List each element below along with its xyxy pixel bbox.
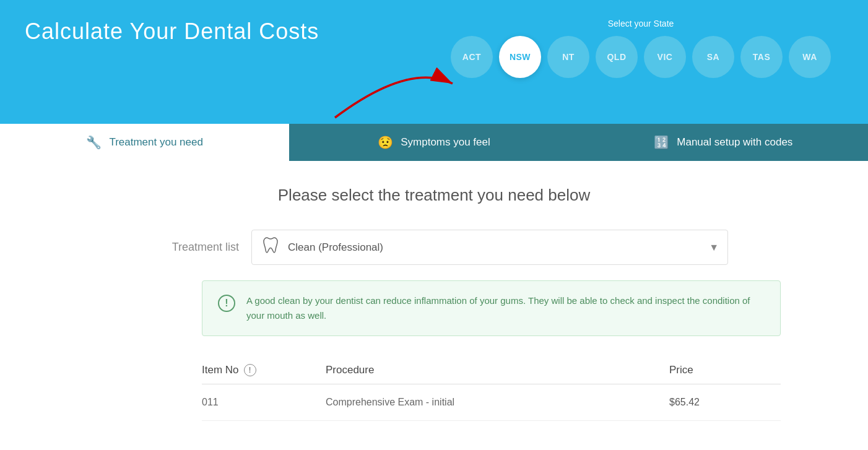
tab-symptoms-label: Symptoms you feel	[401, 136, 490, 149]
col-header-procedure: Procedure	[326, 364, 669, 376]
cell-item-no: 011	[202, 397, 326, 408]
tab-symptoms[interactable]: 😟 Symptoms you feel	[289, 124, 578, 161]
state-selector: Select your State ACT NSW NT QLD VIC SA …	[451, 19, 831, 78]
col-header-price: Price	[669, 364, 781, 376]
tab-manual[interactable]: 🔢 Manual setup with codes	[579, 124, 868, 161]
main-content: Please select the treatment you need bel…	[63, 161, 805, 446]
state-label: Select your State	[451, 19, 831, 28]
info-text: A good clean by your dentist can reduce …	[246, 293, 765, 323]
item-no-info-icon[interactable]: !	[244, 364, 256, 376]
state-btn-act[interactable]: ACT	[451, 36, 493, 78]
procedures-table: Item No ! Procedure Price 011 Comprehens…	[202, 358, 781, 421]
tab-treatment-label: Treatment you need	[109, 136, 203, 149]
chevron-down-icon: ▼	[709, 242, 719, 253]
codes-icon: 🔢	[654, 135, 669, 150]
tab-manual-label: Manual setup with codes	[677, 136, 792, 149]
state-btn-wa[interactable]: WA	[789, 36, 831, 78]
header: Calculate Your Dental Costs Select your …	[0, 0, 868, 124]
col-header-item-no: Item No !	[202, 364, 326, 376]
wrench-icon: 🔧	[86, 135, 102, 150]
state-btn-vic[interactable]: VIC	[644, 36, 686, 78]
tab-treatment[interactable]: 🔧 Treatment you need	[0, 124, 289, 161]
state-btn-qld[interactable]: QLD	[596, 36, 638, 78]
face-icon: 😟	[378, 135, 393, 150]
state-buttons: ACT NSW NT QLD VIC SA TAS WA	[451, 36, 831, 78]
state-btn-sa[interactable]: SA	[692, 36, 734, 78]
selected-treatment: Clean (Professional)	[288, 241, 709, 254]
cell-procedure: Comprehensive Exam - initial	[326, 397, 669, 408]
treatment-row: Treatment list Clean (Professional) ▼	[140, 230, 728, 265]
table-header: Item No ! Procedure Price	[202, 358, 781, 384]
state-btn-nsw[interactable]: NSW	[499, 36, 541, 78]
nav-tabs: 🔧 Treatment you need 😟 Symptoms you feel…	[0, 124, 868, 161]
state-btn-tas[interactable]: TAS	[740, 36, 783, 78]
page-subtitle: Please select the treatment you need bel…	[87, 186, 781, 205]
cell-price: $65.42	[669, 397, 781, 408]
treatment-dropdown[interactable]: Clean (Professional) ▼	[251, 230, 728, 265]
treatment-list-label: Treatment list	[140, 241, 239, 254]
state-btn-nt[interactable]: NT	[547, 36, 589, 78]
info-circle-icon: !	[218, 295, 235, 312]
table-row: 011 Comprehensive Exam - initial $65.42	[202, 384, 781, 421]
tooth-icon	[261, 235, 280, 259]
info-box: ! A good clean by your dentist can reduc…	[202, 280, 781, 336]
